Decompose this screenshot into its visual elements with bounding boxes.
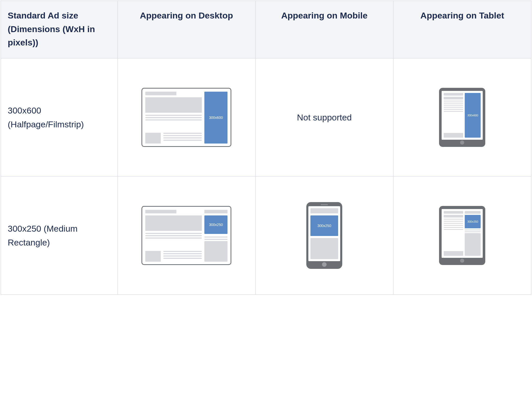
table-row: 300x600 (Halfpage/Filmstrip) [1,58,531,176]
phone-icon: 300x250 [306,202,342,269]
mobile-preview: 300x250 [255,176,393,295]
header-size: Standard Ad size (Dimensions (WxH in pix… [1,1,118,58]
desktop-preview: 300x250 [118,176,255,295]
header-mobile: Appearing on Mobile [255,1,393,58]
ad-placeholder: 300x600 [204,92,227,144]
mobile-preview: Not supported [255,58,393,176]
size-name: 300x250 (Medium Rectangle) [1,176,118,295]
ad-placeholder: 300x250 [310,215,338,236]
table-row: 300x250 (Medium Rectangle) [1,176,531,295]
table-header-row: Standard Ad size (Dimensions (WxH in pix… [1,1,531,58]
desktop-icon: 300x250 [141,206,231,265]
ad-placeholder: 300x600 [465,93,481,138]
ad-size-table: Standard Ad size (Dimensions (WxH in pix… [1,1,531,295]
tablet-icon: 300x600 [439,88,485,147]
ad-placeholder: 300x250 [204,215,227,234]
size-name: 300x600 (Halfpage/Filmstrip) [1,58,118,176]
tablet-preview: 300x600 [393,58,531,176]
desktop-icon: 300x600 [141,88,231,147]
tablet-preview: 300x250 [393,176,531,295]
not-supported-text: Not supported [297,112,352,122]
header-tablet: Appearing on Tablet [393,1,531,58]
header-desktop: Appearing on Desktop [118,1,255,58]
ad-placeholder: 300x250 [465,215,481,228]
desktop-preview: 300x600 [118,58,255,176]
tablet-icon: 300x250 [439,206,485,265]
